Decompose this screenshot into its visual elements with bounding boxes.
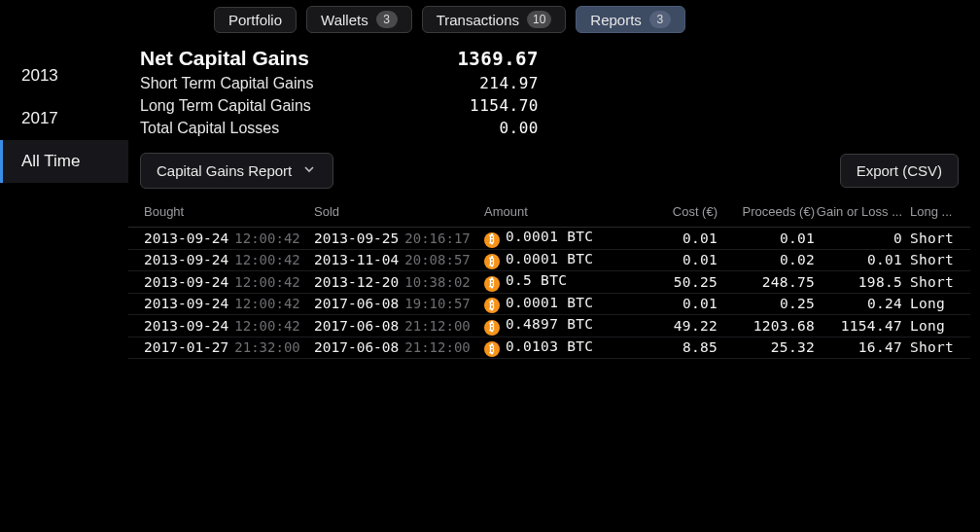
bought-time: 12:00:42 — [234, 231, 299, 246]
term-cell: Short — [902, 339, 961, 355]
amount-value: 0.0001 BTC — [506, 229, 593, 244]
bought-date: 2013-09-24 — [144, 274, 228, 290]
sold-time: 19:10:57 — [404, 296, 470, 311]
gain-loss-cell: 16.47 — [815, 339, 902, 355]
amount-cell: ₿0.4897 BTC — [484, 316, 630, 336]
gain-loss-cell: 0.01 — [815, 252, 902, 267]
header-term[interactable]: Long ... — [902, 204, 961, 219]
bought-cell: 2013-09-2412:00:42 — [144, 318, 314, 334]
amount-value: 0.4897 BTC — [506, 316, 593, 332]
summary-row-label: Total Capital Losses — [140, 120, 451, 137]
tab-transactions[interactable]: Transactions10 — [422, 6, 567, 33]
header-bought[interactable]: Bought — [144, 204, 314, 219]
net-gains-label: Net Capital Gains — [140, 47, 451, 70]
summary-row: Total Capital Losses0.00 — [140, 117, 970, 139]
sold-cell: 2017-06-0819:10:57 — [314, 296, 484, 311]
sold-date: 2017-06-08 — [314, 296, 399, 311]
term-cell: Short — [902, 252, 961, 267]
sidebar-item-label: 2017 — [21, 109, 58, 128]
cost-cell: 0.01 — [630, 252, 718, 267]
amount-value: 0.0001 BTC — [506, 295, 593, 310]
sold-time: 21:12:00 — [404, 318, 470, 334]
bought-date: 2013-09-24 — [144, 252, 228, 267]
bought-time: 21:32:00 — [234, 339, 299, 355]
summary-row-label: Long Term Capital Gains — [140, 97, 451, 115]
amount-value: 0.5 BTC — [506, 272, 567, 288]
sold-cell: 2017-06-0821:12:00 — [314, 339, 484, 355]
sold-cell: 2017-06-0821:12:00 — [314, 318, 484, 334]
tab-reports[interactable]: Reports3 — [576, 6, 685, 33]
sold-cell: 2013-12-2010:38:02 — [314, 274, 484, 290]
cost-cell: 8.85 — [630, 339, 718, 355]
sold-time: 21:12:00 — [404, 339, 470, 355]
summary-row: Long Term Capital Gains1154.70 — [140, 94, 970, 117]
sold-date: 2013-12-20 — [314, 274, 399, 290]
sold-date: 2017-06-08 — [314, 318, 399, 334]
bitcoin-icon: ₿ — [484, 341, 500, 357]
amount-cell: ₿0.0001 BTC — [484, 251, 630, 270]
term-cell: Short — [902, 231, 961, 246]
bitcoin-icon: ₿ — [484, 276, 500, 292]
header-gain-loss[interactable]: Gain or Loss ... — [815, 204, 902, 219]
proceeds-cell: 25.32 — [718, 339, 815, 355]
main-content: Net Capital Gains 1369.67 Short Term Cap… — [128, 41, 980, 532]
sidebar-item-label: 2013 — [21, 66, 58, 86]
sold-cell: 2013-09-2520:16:17 — [314, 231, 484, 246]
amount-cell: ₿0.0103 BTC — [484, 338, 630, 358]
header-cost[interactable]: Cost (€) — [630, 204, 718, 219]
table-row[interactable]: 2013-09-2412:00:422013-09-2520:16:17₿0.0… — [128, 228, 970, 250]
bitcoin-icon: ₿ — [484, 298, 500, 313]
tab-badge: 10 — [527, 11, 551, 28]
sidebar-item-all-time[interactable]: All Time — [0, 140, 128, 183]
header-amount[interactable]: Amount — [484, 204, 630, 219]
table-row[interactable]: 2013-09-2412:00:422017-06-0821:12:00₿0.4… — [128, 315, 970, 337]
sold-date: 2017-06-08 — [314, 339, 399, 355]
header-proceeds[interactable]: Proceeds (€) — [718, 204, 815, 219]
gain-loss-cell: 1154.47 — [815, 318, 902, 334]
amount-cell: ₿0.0001 BTC — [484, 229, 630, 248]
proceeds-cell: 0.25 — [718, 296, 815, 311]
header-sold[interactable]: Sold — [314, 204, 484, 219]
sidebar-item-2013[interactable]: 2013 — [0, 54, 128, 97]
report-selector[interactable]: Capital Gains Report — [140, 153, 333, 189]
bought-date: 2017-01-27 — [144, 339, 228, 355]
sold-cell: 2013-11-0420:08:57 — [314, 252, 484, 267]
cost-cell: 49.22 — [630, 318, 718, 334]
bitcoin-icon: ₿ — [484, 254, 500, 269]
sidebar-item-2017[interactable]: 2017 — [0, 97, 128, 140]
cost-cell: 0.01 — [630, 296, 718, 311]
chevron-down-icon — [301, 161, 317, 180]
bitcoin-icon: ₿ — [484, 320, 500, 336]
tab-wallets[interactable]: Wallets3 — [306, 6, 412, 33]
bought-cell: 2013-09-2412:00:42 — [144, 274, 314, 290]
sold-date: 2013-11-04 — [314, 252, 399, 267]
proceeds-cell: 0.02 — [718, 252, 815, 267]
table-row[interactable]: 2013-09-2412:00:422017-06-0819:10:57₿0.0… — [128, 294, 970, 316]
table-row[interactable]: 2013-09-2412:00:422013-12-2010:38:02₿0.5… — [128, 271, 970, 294]
top-tabs: PortfolioWallets3Transactions10Reports3 — [0, 0, 980, 41]
tab-badge: 3 — [649, 11, 671, 28]
gain-loss-cell: 198.5 — [815, 274, 902, 290]
bought-date: 2013-09-24 — [144, 318, 228, 334]
bought-cell: 2013-09-2412:00:42 — [144, 231, 314, 246]
summary-row-value: 0.00 — [451, 119, 539, 137]
proceeds-cell: 1203.68 — [718, 318, 815, 334]
summary-row-value: 1154.70 — [451, 96, 539, 115]
report-selector-label: Capital Gains Report — [157, 162, 292, 179]
amount-value: 0.0001 BTC — [506, 251, 593, 266]
table-row[interactable]: 2013-09-2412:00:422013-11-0420:08:57₿0.0… — [128, 250, 970, 272]
bought-time: 12:00:42 — [234, 296, 299, 311]
bitcoin-icon: ₿ — [484, 232, 500, 248]
sold-time: 20:16:17 — [404, 231, 470, 246]
tab-label: Reports — [590, 12, 642, 28]
export-csv-button[interactable]: Export (CSV) — [840, 154, 959, 188]
bought-cell: 2013-09-2412:00:42 — [144, 252, 314, 267]
summary-block: Net Capital Gains 1369.67 Short Term Cap… — [128, 41, 970, 153]
tab-label: Wallets — [321, 12, 368, 28]
tab-portfolio[interactable]: Portfolio — [214, 7, 297, 33]
cost-cell: 50.25 — [630, 274, 718, 290]
term-cell: Short — [902, 274, 961, 290]
report-toolbar: Capital Gains Report Export (CSV) — [128, 153, 970, 198]
table-row[interactable]: 2017-01-2721:32:002017-06-0821:12:00₿0.0… — [128, 337, 970, 360]
sidebar: 20132017All Time — [0, 41, 128, 532]
